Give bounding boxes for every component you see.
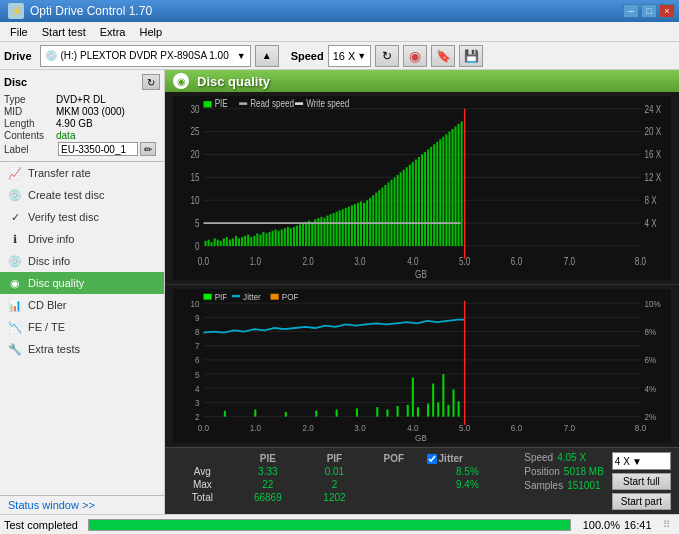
disc-refresh-button[interactable]: ↻ bbox=[142, 74, 160, 90]
nav-disc-info[interactable]: 💿 Disc info bbox=[0, 250, 164, 272]
svg-rect-69 bbox=[320, 217, 322, 246]
svg-text:2%: 2% bbox=[645, 412, 657, 423]
verify-test-disc-icon: ✓ bbox=[8, 210, 22, 224]
svg-text:GB: GB bbox=[415, 433, 427, 443]
maximize-button[interactable]: □ bbox=[641, 4, 657, 18]
nav-transfer-rate[interactable]: 📈 Transfer rate bbox=[0, 162, 164, 184]
svg-text:6.0: 6.0 bbox=[511, 256, 522, 267]
eject-button[interactable]: ▲ bbox=[255, 45, 279, 67]
svg-rect-162 bbox=[336, 410, 338, 417]
speed-select[interactable]: 16 X ▼ bbox=[328, 45, 372, 67]
svg-rect-43 bbox=[241, 237, 243, 246]
mid-label: MID bbox=[4, 106, 56, 117]
samples-info-label: Samples bbox=[524, 480, 563, 491]
menu-help[interactable]: Help bbox=[133, 24, 168, 40]
svg-rect-88 bbox=[378, 190, 380, 246]
label-key: Label bbox=[4, 144, 56, 155]
time-display: 16:41 bbox=[624, 519, 659, 531]
nav-drive-info[interactable]: ℹ Drive info bbox=[0, 228, 164, 250]
svg-rect-80 bbox=[354, 204, 356, 246]
stats-row-avg: Avg 3.33 0.01 8.5% bbox=[173, 465, 512, 478]
svg-rect-89 bbox=[381, 188, 383, 246]
label-edit-button[interactable]: ✏ bbox=[140, 142, 156, 156]
jitter-checkbox[interactable] bbox=[427, 454, 437, 464]
stats-right: Speed 4.05 X Position 5018 MB Samples 15… bbox=[524, 452, 604, 510]
svg-rect-159 bbox=[254, 410, 256, 417]
menu-extra[interactable]: Extra bbox=[94, 24, 132, 40]
sidebar: Disc ↻ Type DVD+R DL MID MKM 003 (000) L… bbox=[0, 70, 165, 514]
drive-label: Drive bbox=[4, 50, 32, 62]
nav-extra-tests[interactable]: 🔧 Extra tests bbox=[0, 338, 164, 360]
svg-rect-52 bbox=[269, 232, 271, 246]
charts-container: 30 25 20 15 10 5 0 24 X 20 X 16 X 12 X 8… bbox=[165, 92, 679, 447]
svg-rect-39 bbox=[229, 240, 231, 246]
status-window-button[interactable]: Status window >> bbox=[0, 496, 164, 514]
start-part-button[interactable]: Start part bbox=[612, 493, 671, 510]
svg-rect-106 bbox=[433, 144, 435, 246]
status-window-label: Status window >> bbox=[8, 499, 95, 511]
svg-rect-85 bbox=[369, 198, 371, 246]
disc-quality-icon-circle: ◉ bbox=[173, 73, 189, 89]
nav-items: 📈 Transfer rate 💿 Create test disc ✓ Ver… bbox=[0, 162, 164, 495]
svg-rect-161 bbox=[315, 411, 317, 417]
disc-panel: Disc ↻ Type DVD+R DL MID MKM 003 (000) L… bbox=[0, 70, 164, 162]
nav-fe-te[interactable]: 📉 FE / TE bbox=[0, 316, 164, 338]
close-button[interactable]: × bbox=[659, 4, 675, 18]
minimize-button[interactable]: – bbox=[623, 4, 639, 18]
nav-create-test-disc[interactable]: 💿 Create test disc bbox=[0, 184, 164, 206]
svg-rect-101 bbox=[418, 157, 420, 246]
nav-verify-test-disc[interactable]: ✓ Verify test disc bbox=[0, 206, 164, 228]
svg-rect-56 bbox=[281, 230, 283, 247]
svg-text:GB: GB bbox=[415, 269, 427, 280]
svg-rect-79 bbox=[351, 205, 353, 246]
start-full-button[interactable]: Start full bbox=[612, 473, 671, 490]
svg-rect-42 bbox=[238, 238, 240, 246]
speed-label: Speed bbox=[291, 50, 324, 62]
svg-rect-167 bbox=[407, 405, 409, 417]
svg-rect-93 bbox=[394, 177, 396, 246]
svg-text:4.0: 4.0 bbox=[407, 423, 418, 434]
action-button-1[interactable]: ◉ bbox=[403, 45, 427, 67]
svg-rect-64 bbox=[305, 222, 307, 246]
svg-rect-160 bbox=[285, 412, 287, 417]
length-value: 4.90 GB bbox=[56, 118, 93, 129]
svg-rect-168 bbox=[417, 408, 419, 417]
action-button-2[interactable]: 🔖 bbox=[431, 45, 455, 67]
svg-text:10: 10 bbox=[190, 195, 199, 206]
svg-text:PIF: PIF bbox=[215, 291, 228, 302]
refresh-button[interactable]: ↻ bbox=[375, 45, 399, 67]
svg-text:6.0: 6.0 bbox=[511, 423, 522, 434]
contents-value: data bbox=[56, 130, 75, 141]
svg-text:8: 8 bbox=[195, 327, 200, 338]
menu-file[interactable]: File bbox=[4, 24, 34, 40]
save-button[interactable]: 💾 bbox=[459, 45, 483, 67]
nav-cd-bler[interactable]: 📊 CD Bler bbox=[0, 294, 164, 316]
drive-select[interactable]: 💿 (H:) PLEXTOR DVDR PX-890SA 1.00 ▼ bbox=[40, 45, 251, 67]
svg-rect-109 bbox=[442, 137, 444, 246]
nav-disc-quality[interactable]: ◉ Disc quality bbox=[0, 272, 164, 294]
label-input[interactable] bbox=[58, 142, 138, 156]
svg-rect-166 bbox=[397, 406, 399, 417]
svg-rect-78 bbox=[348, 207, 350, 246]
svg-rect-41 bbox=[235, 236, 237, 246]
samples-info-value: 151001 bbox=[567, 480, 600, 491]
svg-rect-114 bbox=[458, 124, 460, 246]
svg-rect-81 bbox=[357, 203, 359, 246]
svg-rect-90 bbox=[384, 185, 386, 246]
svg-rect-158 bbox=[224, 411, 226, 417]
nav-create-test-disc-label: Create test disc bbox=[28, 189, 104, 201]
cd-bler-icon: 📊 bbox=[8, 298, 22, 312]
avg-pof bbox=[365, 465, 423, 478]
svg-rect-62 bbox=[299, 224, 301, 246]
svg-rect-72 bbox=[330, 214, 332, 246]
jitter-checkbox-container: Jitter bbox=[427, 453, 509, 464]
svg-rect-73 bbox=[333, 213, 335, 246]
svg-text:25: 25 bbox=[190, 127, 199, 138]
speed-dropdown[interactable]: 4 X ▼ bbox=[612, 452, 671, 470]
svg-rect-66 bbox=[311, 222, 313, 246]
progress-percentage: 100.0% bbox=[575, 519, 620, 531]
svg-rect-103 bbox=[424, 152, 426, 246]
svg-rect-60 bbox=[293, 227, 295, 246]
menu-start-test[interactable]: Start test bbox=[36, 24, 92, 40]
create-test-disc-icon: 💿 bbox=[8, 188, 22, 202]
